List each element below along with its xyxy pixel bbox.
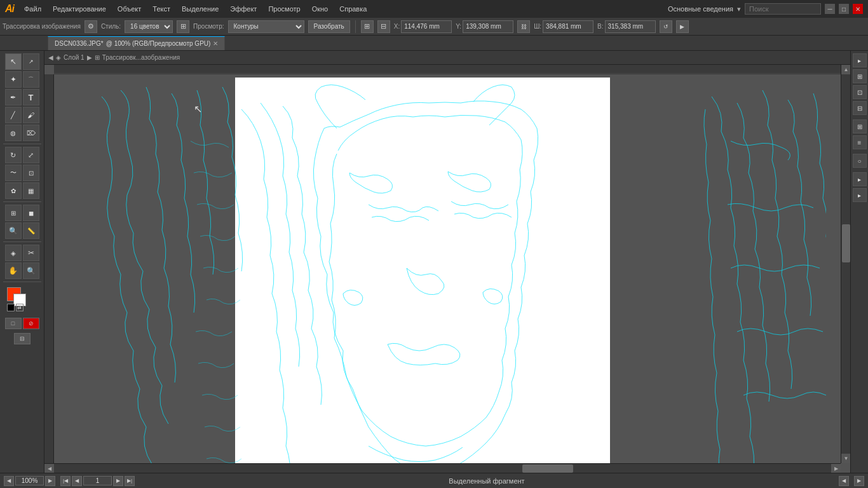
page-next-btn[interactable]: ▶ (113, 476, 123, 486)
scroll-up-btn[interactable]: ▲ (841, 65, 850, 74)
zoom-prev-btn[interactable]: ◀ (4, 476, 14, 486)
view-select[interactable]: Контуры (228, 20, 304, 33)
zoom-next-btn[interactable]: ▶ (45, 476, 55, 486)
free-transform-tool[interactable]: ⊡ (23, 165, 39, 181)
symbol-sprayer-tool[interactable]: ✿ (5, 182, 22, 199)
scroll-thumb-v[interactable] (842, 224, 850, 262)
status-nav-right[interactable]: ▶ (854, 476, 864, 486)
tab-close-btn[interactable]: ✕ (213, 40, 218, 47)
warp-tool[interactable]: 〜 (5, 165, 22, 181)
measure-tool[interactable]: 📏 (23, 222, 39, 239)
swap-colors[interactable]: ⇄ (16, 304, 24, 311)
menu-object[interactable]: Объект (112, 4, 146, 14)
maximize-button[interactable]: □ (839, 4, 849, 14)
trace-btn[interactable]: Разобрать (308, 20, 350, 33)
right-tool-3[interactable]: ⊡ (853, 85, 867, 99)
menu-effect[interactable]: Эффект (225, 4, 262, 14)
page-input[interactable] (83, 476, 112, 485)
canvas-area: ◀ ◈ Слой 1 ▶ ⊞ Трассировк...азображения (44, 51, 850, 473)
screen-mode-btn[interactable]: ⊟ (14, 333, 31, 344)
tool-row-7: 〜 ⊡ (5, 165, 39, 181)
lasso-tool[interactable]: ⌒ (23, 71, 39, 88)
right-tool-5[interactable]: ⊞ (853, 119, 867, 133)
line-tool[interactable]: ╱ (5, 107, 22, 123)
align-btn[interactable]: ⊞ (361, 20, 374, 33)
close-button[interactable]: ✕ (853, 4, 863, 14)
toolbar: Трассировка изображения ⚙ Стиль: 16 цвет… (0, 18, 868, 36)
breadcrumb-layer: Слой 1 (64, 54, 85, 61)
right-tool-8[interactable]: ▸ (853, 172, 867, 186)
ruler-top (54, 65, 841, 74)
x-input[interactable] (401, 20, 452, 33)
scale-tool[interactable]: ⤢ (23, 147, 39, 163)
menu-file[interactable]: Файл (19, 4, 46, 14)
scroll-down-btn[interactable]: ▼ (841, 454, 850, 463)
trace-settings-btn[interactable]: ⚙ (85, 20, 97, 33)
blend-tool[interactable]: ◈ (5, 245, 22, 261)
menu-help[interactable]: Справка (334, 4, 372, 14)
menu-view[interactable]: Просмотр (263, 4, 305, 14)
transform-btn[interactable]: ⊟ (377, 20, 390, 33)
magic-wand-tool[interactable]: ✦ (5, 71, 22, 88)
eyedropper-tool[interactable]: 🔍 (5, 222, 22, 239)
fill-btn[interactable]: □ (5, 318, 22, 329)
menu-window[interactable]: Окно (307, 4, 334, 14)
tool-row-12: ✋ 🔍 (5, 262, 39, 279)
right-toolbar: ▸ ⊞ ⊡ ⊟ ⊞ ≡ ○ ▸ ▸ (850, 51, 868, 473)
workspace-dropdown-icon[interactable]: ▾ (737, 5, 741, 13)
title-search-input[interactable] (745, 3, 821, 15)
hand-tool[interactable]: ✋ (5, 262, 22, 279)
zoom-tool[interactable]: 🔍 (23, 262, 39, 279)
more-btn[interactable]: ▶ (676, 20, 689, 33)
paintbrush-tool[interactable]: 🖌 (23, 107, 39, 123)
blob-brush-tool[interactable]: ◍ (5, 125, 22, 141)
right-tool-4[interactable]: ⊟ (853, 101, 867, 115)
right-tool-6[interactable]: ≡ (853, 135, 867, 149)
minimize-button[interactable]: ─ (825, 4, 835, 14)
right-tool-7[interactable]: ○ (853, 154, 867, 168)
horizontal-scrollbar[interactable]: ◀ ▶ (44, 463, 841, 473)
rotate-tool[interactable]: ↻ (5, 147, 22, 163)
vertical-scrollbar[interactable]: ▲ ▼ (841, 65, 850, 463)
tool-sep-4 (3, 281, 41, 282)
right-tool-1[interactable]: ▸ (853, 53, 867, 67)
scroll-left-btn[interactable]: ◀ (44, 464, 54, 473)
page-last-btn[interactable]: ▶| (125, 476, 135, 486)
breadcrumb-back-icon[interactable]: ◀ (48, 54, 53, 61)
style-select[interactable]: 16 цветов (125, 20, 173, 33)
scroll-thumb-h[interactable] (522, 464, 573, 473)
right-tool-9[interactable]: ▸ (853, 188, 867, 202)
status-nav-left[interactable]: ◀ (839, 476, 849, 486)
tool-row-9: ⊞ ◼ (5, 205, 39, 221)
scissors-tool[interactable]: ✂ (23, 245, 39, 261)
default-colors[interactable] (7, 304, 15, 311)
direct-select-tool[interactable]: ↗ (23, 53, 39, 70)
none-btn[interactable]: ⊘ (23, 318, 39, 329)
menu-select[interactable]: Выделение (177, 4, 224, 14)
mesh-tool[interactable]: ⊞ (5, 205, 22, 221)
menu-text[interactable]: Текст (147, 4, 175, 14)
document-tab[interactable]: DSCN0336.JPG* @ 100% (RGB/Предпросмотр G… (48, 36, 225, 50)
trace-label: Трассировка изображения (3, 23, 81, 30)
gradient-tool[interactable]: ◼ (23, 205, 39, 221)
h-input[interactable] (605, 20, 656, 33)
right-tool-2[interactable]: ⊞ (853, 69, 867, 83)
type-tool[interactable]: T (23, 89, 39, 105)
page-first-btn[interactable]: |◀ (60, 476, 71, 486)
menu-edit[interactable]: Редактирование (48, 4, 111, 14)
eraser-tool[interactable]: ⌦ (23, 125, 39, 141)
zoom-input[interactable] (15, 476, 44, 485)
canvas-viewport[interactable]: ↖ ▲ ▼ ◀ ▶ (44, 65, 850, 473)
pen-tool[interactable]: ✒ (5, 89, 22, 105)
toolbar-grid-btn[interactable]: ⊞ (177, 20, 189, 33)
link-btn[interactable]: ⛓ (517, 20, 530, 33)
w-input[interactable] (543, 20, 593, 33)
scroll-right-btn[interactable]: ▶ (831, 464, 841, 473)
breadcrumb-bar: ◀ ◈ Слой 1 ▶ ⊞ Трассировк...азображения (44, 51, 850, 65)
rotate-btn[interactable]: ↺ (660, 20, 672, 33)
column-graph-tool[interactable]: ▦ (23, 182, 39, 199)
tool-sep-1 (3, 144, 41, 144)
page-prev-btn[interactable]: ◀ (72, 476, 82, 486)
y-input[interactable] (463, 20, 513, 33)
select-tool[interactable]: ↖ (5, 53, 22, 70)
